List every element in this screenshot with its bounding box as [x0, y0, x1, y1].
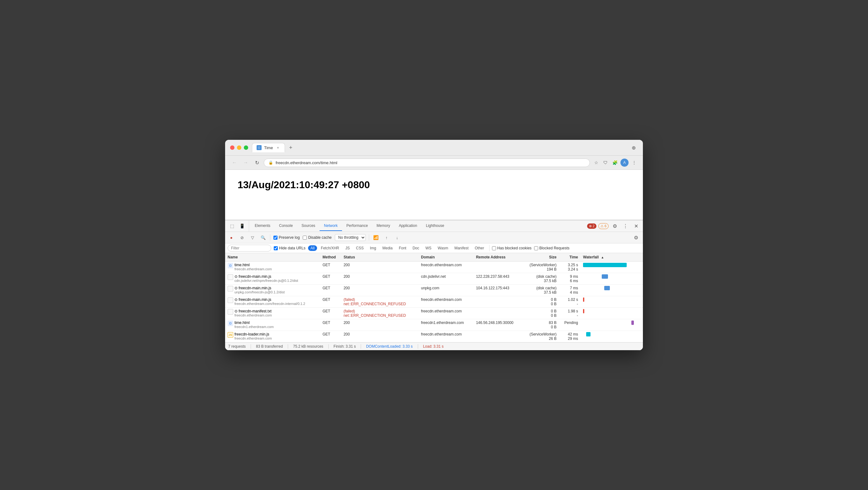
col-waterfall[interactable]: Waterfall ▲	[581, 253, 643, 262]
search-icon[interactable]: 🔍	[259, 234, 267, 241]
tab-console[interactable]: Console	[275, 221, 297, 231]
new-tab-button[interactable]: +	[286, 143, 295, 152]
hide-data-urls-checkbox[interactable]	[274, 246, 278, 250]
stop-button[interactable]: ⊘	[238, 234, 246, 241]
puzzle-icon[interactable]: 🧩	[611, 159, 619, 166]
warning-count: 6	[604, 224, 607, 228]
overflow-menu-icon[interactable]: ⋮	[621, 222, 630, 230]
row-status: 200	[341, 319, 418, 331]
table-row[interactable]: ⊙ freecdn-manifest.txt freecdn.etherdrea…	[225, 308, 643, 319]
col-size[interactable]: Size	[522, 253, 559, 262]
col-time[interactable]: Time	[559, 253, 581, 262]
blocked-requests-checkbox[interactable]	[534, 246, 538, 250]
file-icon	[227, 309, 233, 315]
table-row[interactable]: ⟨⟩ time.html freecdn1.etherdream.com GET…	[225, 319, 643, 331]
preserve-log-group: Preserve log	[273, 235, 300, 240]
filter-input[interactable]	[227, 245, 271, 252]
filter-type-font[interactable]: Font	[396, 245, 409, 251]
row-time: 9 ms 6 ms	[559, 273, 581, 285]
row-time: 42 ms 29 ms	[559, 331, 581, 342]
row-domain: freecdn.etherdream.com	[418, 308, 473, 319]
html-file-icon: ⟨⟩	[227, 320, 233, 326]
network-settings-icon[interactable]: ⚙	[632, 233, 641, 242]
row-subdomain: freecdn.etherdream.com	[235, 267, 272, 271]
filter-type-js[interactable]: JS	[343, 245, 352, 251]
row-filename: ⊙ freecdn-manifest.txt	[235, 309, 272, 313]
status-bar: 7 requests 83 B transferred 75.2 kB reso…	[225, 342, 643, 350]
row-method: GET	[320, 308, 341, 319]
row-remote-address	[474, 308, 522, 319]
back-button[interactable]: ←	[230, 158, 239, 167]
row-time-bottom: 4 ms	[561, 290, 578, 295]
disable-cache-label: Disable cache	[308, 235, 332, 240]
maximize-button[interactable]	[244, 145, 248, 150]
warning-badge: ⚠ 6	[598, 223, 609, 229]
table-row[interactable]: ⊙ freecdn-main.min.js cdn.jsdelivr.net/n…	[225, 273, 643, 285]
refresh-button[interactable]: ↻	[252, 158, 261, 167]
row-size: 0 B 0 B	[522, 308, 559, 319]
tab-memory[interactable]: Memory	[372, 221, 394, 231]
filter-type-manifest[interactable]: Manifest	[452, 245, 471, 251]
col-domain[interactable]: Domain	[418, 253, 473, 262]
table-row[interactable]: JS freecdn-loader.min.js freecdn.etherdr…	[225, 331, 643, 342]
col-remote-address[interactable]: Remote Address	[474, 253, 522, 262]
disable-cache-checkbox[interactable]	[303, 236, 307, 240]
filter-type-doc[interactable]: Doc	[410, 245, 422, 251]
tab-elements[interactable]: Elements	[250, 221, 275, 231]
user-avatar[interactable]: A	[620, 158, 628, 167]
row-method: GET	[320, 262, 341, 273]
tab-sources[interactable]: Sources	[297, 221, 319, 231]
col-status[interactable]: Status	[341, 253, 418, 262]
close-devtools-button[interactable]: ✕	[632, 222, 641, 230]
table-row[interactable]: ⊙ freecdn-main.min.js unpkg.com/freecdn-…	[225, 285, 643, 296]
title-bar-actions: ⊕	[629, 143, 638, 152]
url-bar[interactable]: 🔒 freecdn.etherdream.com/time.html	[264, 158, 590, 167]
filter-type-css[interactable]: CSS	[353, 245, 366, 251]
more-icon[interactable]: ⋮	[630, 159, 638, 166]
table-row[interactable]: ⟨⟩ time.html freecdn.etherdream.com GET …	[225, 262, 643, 273]
tab-network[interactable]: Network	[319, 221, 342, 231]
waterfall-bar-error	[583, 309, 584, 313]
browser-tab[interactable]: ⟨⟩ Time ×	[252, 143, 285, 152]
settings-icon[interactable]: ⚙	[611, 222, 619, 230]
tab-lighthouse[interactable]: Lighthouse	[422, 221, 448, 231]
element-picker-icon[interactable]: ⬚	[227, 220, 236, 232]
tab-performance[interactable]: Performance	[342, 221, 372, 231]
table-row[interactable]: ⊙ freecdn-main.min.js freecdn.etherdream…	[225, 296, 643, 308]
network-table: Name Method Status Domain Remote Address…	[225, 253, 643, 342]
hide-data-urls-group: Hide data URLs	[274, 246, 306, 250]
filter-type-img[interactable]: Img	[367, 245, 378, 251]
shield-icon[interactable]: 🛡	[602, 159, 609, 166]
minimize-button[interactable]	[237, 145, 241, 150]
chrome-menu-icon[interactable]: ⊕	[629, 143, 638, 152]
tab-close-button[interactable]: ×	[275, 145, 280, 150]
devtools-panel: ⬚ 📱 Elements Console Sources Network Per…	[225, 220, 643, 350]
download-icon[interactable]: ↓	[394, 234, 401, 241]
status-text: (failed)	[344, 309, 355, 313]
filter-type-other[interactable]: Other	[472, 245, 487, 251]
filter-icon[interactable]: ▽	[249, 234, 256, 241]
upload-icon[interactable]: ↑	[383, 234, 390, 241]
star-icon[interactable]: ☆	[592, 159, 600, 166]
status-text: 200	[344, 274, 350, 279]
filter-type-media[interactable]: Media	[380, 245, 395, 251]
tab-bar: ⟨⟩ Time × +	[252, 143, 625, 152]
filter-type-all[interactable]: All	[308, 245, 317, 251]
preserve-log-checkbox[interactable]	[273, 236, 278, 240]
waterfall-bar	[604, 286, 610, 290]
filter-type-wasm[interactable]: Wasm	[435, 245, 451, 251]
file-icon	[227, 274, 233, 280]
filter-type-ws[interactable]: WS	[423, 245, 434, 251]
filter-type-fetch[interactable]: Fetch/XHR	[318, 245, 342, 251]
row-size-bottom: 0 B	[525, 302, 557, 306]
has-blocked-cookies-checkbox[interactable]	[492, 246, 496, 250]
wifi-icon[interactable]: 📶	[372, 234, 380, 241]
record-button[interactable]: ●	[227, 234, 235, 241]
forward-button[interactable]: →	[241, 158, 250, 167]
tab-application[interactable]: Application	[394, 221, 422, 231]
col-name[interactable]: Name	[225, 253, 320, 262]
close-button[interactable]	[230, 145, 235, 150]
device-toolbar-icon[interactable]: 📱	[238, 220, 246, 232]
throttle-select[interactable]: No throttling Fast 3G Slow 3G Offline	[335, 234, 366, 241]
col-method[interactable]: Method	[320, 253, 341, 262]
